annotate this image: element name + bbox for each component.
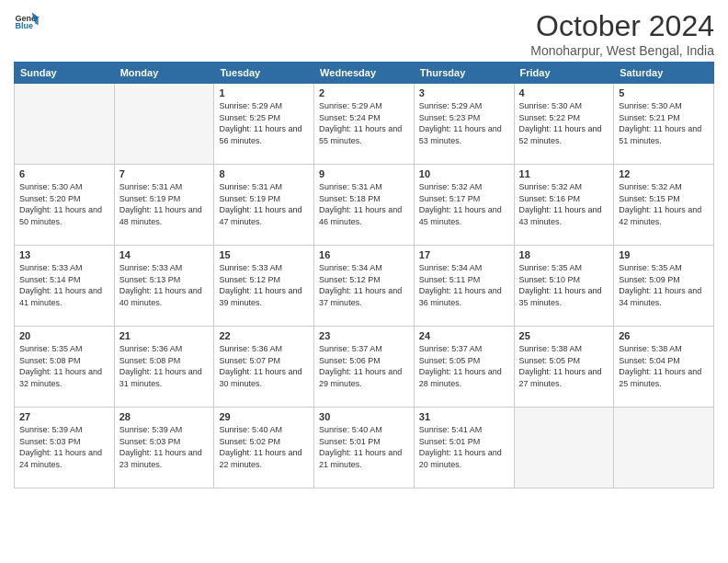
weekday-header-monday: Monday [114,63,214,84]
svg-text:Blue: Blue [15,21,33,30]
calendar-cell [614,408,714,488]
calendar-cell: 22 Sunrise: 5:36 AM Sunset: 5:07 PM Dayl… [214,327,314,408]
calendar-cell: 3 Sunrise: 5:29 AM Sunset: 5:23 PM Dayli… [414,84,514,165]
weekday-header-sunday: Sunday [15,63,115,84]
calendar-cell: 13 Sunrise: 5:33 AM Sunset: 5:14 PM Dayl… [15,246,115,327]
calendar-cell: 1 Sunrise: 5:29 AM Sunset: 5:25 PM Dayli… [214,84,314,165]
calendar-cell: 20 Sunrise: 5:35 AM Sunset: 5:08 PM Dayl… [15,327,115,408]
calendar-cell: 16 Sunrise: 5:34 AM Sunset: 5:12 PM Dayl… [314,246,415,327]
calendar-cell: 29 Sunrise: 5:40 AM Sunset: 5:02 PM Dayl… [214,408,314,488]
location-title: Monoharpur, West Bengal, India [530,43,714,58]
weekday-header-wednesday: Wednesday [314,63,415,84]
calendar-cell: 21 Sunrise: 5:36 AM Sunset: 5:08 PM Dayl… [114,327,214,408]
calendar-cell: 7 Sunrise: 5:31 AM Sunset: 5:19 PM Dayli… [114,165,214,246]
month-title: October 2024 [530,9,714,43]
calendar-cell: 19 Sunrise: 5:35 AM Sunset: 5:09 PM Dayl… [614,246,714,327]
calendar-cell: 14 Sunrise: 5:33 AM Sunset: 5:13 PM Dayl… [114,246,214,327]
calendar-cell: 28 Sunrise: 5:39 AM Sunset: 5:03 PM Dayl… [114,408,214,488]
weekday-header-thursday: Thursday [414,63,514,84]
calendar-cell: 4 Sunrise: 5:30 AM Sunset: 5:22 PM Dayli… [514,84,614,165]
calendar-cell: 9 Sunrise: 5:31 AM Sunset: 5:18 PM Dayli… [314,165,415,246]
logo: General Blue [14,9,40,35]
calendar-cell: 30 Sunrise: 5:40 AM Sunset: 5:01 PM Dayl… [314,408,415,488]
calendar-cell: 24 Sunrise: 5:37 AM Sunset: 5:05 PM Dayl… [414,327,514,408]
calendar-cell: 8 Sunrise: 5:31 AM Sunset: 5:19 PM Dayli… [214,165,314,246]
calendar-cell [514,408,614,488]
calendar-cell [114,84,214,165]
calendar-cell: 17 Sunrise: 5:34 AM Sunset: 5:11 PM Dayl… [414,246,514,327]
calendar-cell: 6 Sunrise: 5:30 AM Sunset: 5:20 PM Dayli… [15,165,115,246]
weekday-header-tuesday: Tuesday [214,63,314,84]
calendar: SundayMondayTuesdayWednesdayThursdayFrid… [14,62,714,488]
calendar-cell: 2 Sunrise: 5:29 AM Sunset: 5:24 PM Dayli… [314,84,415,165]
calendar-cell: 23 Sunrise: 5:37 AM Sunset: 5:06 PM Dayl… [314,327,415,408]
title-section: October 2024 Monoharpur, West Bengal, In… [530,9,714,58]
calendar-cell [15,84,115,165]
calendar-cell: 15 Sunrise: 5:33 AM Sunset: 5:12 PM Dayl… [214,246,314,327]
calendar-cell: 5 Sunrise: 5:30 AM Sunset: 5:21 PM Dayli… [614,84,714,165]
calendar-cell: 10 Sunrise: 5:32 AM Sunset: 5:17 PM Dayl… [414,165,514,246]
calendar-cell: 31 Sunrise: 5:41 AM Sunset: 5:01 PM Dayl… [414,408,514,488]
calendar-cell: 25 Sunrise: 5:38 AM Sunset: 5:05 PM Dayl… [514,327,614,408]
calendar-cell: 26 Sunrise: 5:38 AM Sunset: 5:04 PM Dayl… [614,327,714,408]
weekday-header-friday: Friday [514,63,614,84]
calendar-cell: 18 Sunrise: 5:35 AM Sunset: 5:10 PM Dayl… [514,246,614,327]
weekday-header-saturday: Saturday [614,63,714,84]
calendar-cell: 11 Sunrise: 5:32 AM Sunset: 5:16 PM Dayl… [514,165,614,246]
calendar-cell: 12 Sunrise: 5:32 AM Sunset: 5:15 PM Dayl… [614,165,714,246]
calendar-cell: 27 Sunrise: 5:39 AM Sunset: 5:03 PM Dayl… [15,408,115,488]
